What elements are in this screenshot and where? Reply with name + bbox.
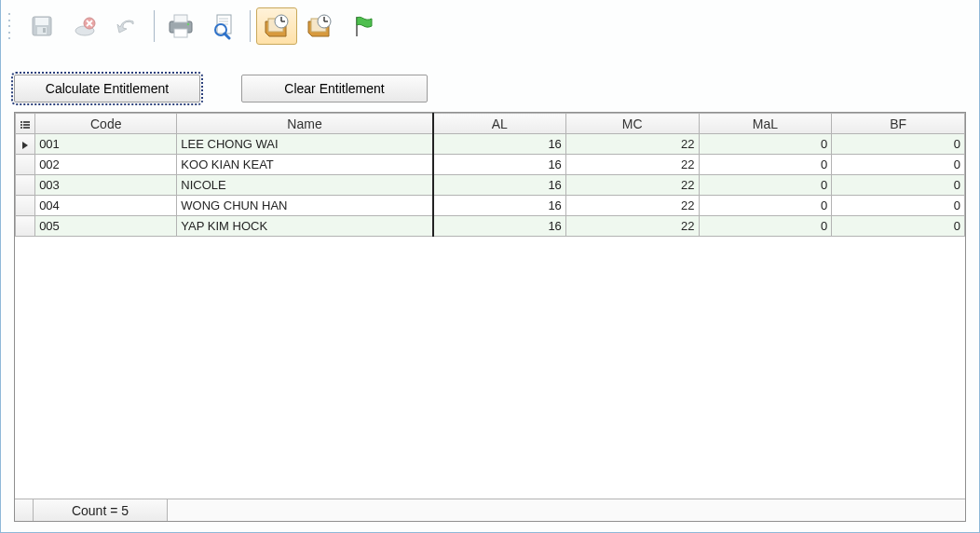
svg-rect-1 bbox=[35, 18, 48, 25]
toolbar-separator bbox=[154, 10, 155, 42]
flag-button[interactable] bbox=[342, 7, 383, 45]
cell-al[interactable]: 16 bbox=[433, 175, 566, 196]
app-window: Calculate Entitlement Clear Entitlement bbox=[0, 0, 980, 533]
row-count-label: Count = 5 bbox=[34, 499, 168, 521]
cell-al[interactable]: 16 bbox=[433, 155, 566, 175]
print-icon bbox=[166, 12, 196, 40]
header-row: Code Name AL MC MaL BF bbox=[16, 114, 965, 134]
cell-bf[interactable]: 0 bbox=[832, 216, 965, 237]
cell-al[interactable]: 16 bbox=[433, 134, 566, 155]
svg-point-9 bbox=[187, 23, 189, 25]
cell-code[interactable]: 001 bbox=[35, 134, 177, 155]
cell-mal[interactable]: 0 bbox=[699, 134, 832, 155]
toolbar-grip[interactable] bbox=[8, 11, 16, 41]
col-al[interactable]: AL bbox=[433, 114, 566, 134]
footer-spacer bbox=[168, 499, 965, 521]
current-row-icon bbox=[20, 141, 30, 150]
cell-name[interactable]: KOO KIAN KEAT bbox=[177, 155, 433, 175]
table-row[interactable]: 005 YAP KIM HOCK 16 22 0 0 bbox=[16, 216, 965, 237]
row-indicator bbox=[16, 155, 35, 175]
toolbar-separator bbox=[250, 10, 251, 42]
action-bar: Calculate Entitlement Clear Entitlement bbox=[1, 52, 979, 112]
row-indicator bbox=[16, 134, 35, 155]
cell-bf[interactable]: 0 bbox=[832, 155, 965, 175]
cell-mal[interactable]: 0 bbox=[699, 196, 832, 216]
clear-entitlement-button[interactable]: Clear Entitlement bbox=[241, 75, 428, 102]
cell-mc[interactable]: 22 bbox=[565, 196, 699, 216]
cell-mc[interactable]: 22 bbox=[565, 216, 699, 237]
cell-bf[interactable]: 0 bbox=[832, 134, 965, 155]
row-indicator bbox=[16, 196, 35, 216]
cell-al[interactable]: 16 bbox=[433, 216, 566, 237]
cell-al[interactable]: 16 bbox=[433, 196, 566, 216]
cell-name[interactable]: WONG CHUN HAN bbox=[177, 196, 433, 216]
delete-button[interactable] bbox=[64, 7, 105, 45]
svg-rect-28 bbox=[23, 124, 30, 126]
cell-bf[interactable]: 0 bbox=[832, 175, 965, 196]
cell-mc[interactable]: 22 bbox=[565, 175, 699, 196]
table-row[interactable]: 004 WONG CHUN HAN 16 22 0 0 bbox=[16, 196, 965, 216]
table-row[interactable]: 002 KOO KIAN KEAT 16 22 0 0 bbox=[16, 155, 965, 175]
col-name[interactable]: Name bbox=[177, 114, 433, 134]
footer-stub bbox=[15, 499, 34, 521]
delete-icon bbox=[72, 13, 98, 39]
cell-mal[interactable]: 0 bbox=[699, 175, 832, 196]
svg-rect-7 bbox=[174, 15, 187, 22]
cell-mal[interactable]: 0 bbox=[699, 216, 832, 237]
cell-code[interactable]: 002 bbox=[35, 155, 177, 175]
cell-name[interactable]: NICOLE bbox=[177, 175, 433, 196]
schedule1-button[interactable] bbox=[256, 7, 297, 45]
row-selector-header[interactable] bbox=[16, 114, 35, 134]
table-row[interactable]: 001 LEE CHONG WAI 16 22 0 0 bbox=[16, 134, 965, 155]
table-row[interactable]: 003 NICOLE 16 22 0 0 bbox=[16, 175, 965, 196]
preview-button[interactable] bbox=[203, 7, 244, 45]
cell-name[interactable]: LEE CHONG WAI bbox=[177, 134, 433, 155]
svg-rect-29 bbox=[20, 127, 22, 129]
svg-rect-30 bbox=[23, 127, 30, 129]
grid-footer: Count = 5 bbox=[15, 499, 965, 521]
grid-scroll-area[interactable]: Code Name AL MC MaL BF 001 LEE CHON bbox=[15, 113, 965, 499]
preview-icon bbox=[210, 12, 238, 40]
flag-icon bbox=[349, 13, 375, 39]
svg-rect-27 bbox=[20, 124, 22, 126]
cell-code[interactable]: 004 bbox=[35, 196, 177, 216]
entitlement-grid: Code Name AL MC MaL BF 001 LEE CHON bbox=[14, 112, 966, 522]
main-toolbar bbox=[1, 0, 979, 47]
svg-rect-26 bbox=[23, 121, 30, 123]
cell-mal[interactable]: 0 bbox=[699, 155, 832, 175]
save-icon bbox=[29, 13, 55, 39]
cell-mc[interactable]: 22 bbox=[565, 134, 699, 155]
col-bf[interactable]: BF bbox=[832, 114, 965, 134]
svg-rect-25 bbox=[20, 121, 22, 123]
svg-rect-3 bbox=[43, 28, 46, 33]
row-indicator bbox=[16, 216, 35, 237]
data-table[interactable]: Code Name AL MC MaL BF 001 LEE CHON bbox=[15, 113, 965, 237]
undo-button[interactable] bbox=[107, 7, 148, 45]
clock-book2-icon bbox=[305, 12, 334, 40]
cell-bf[interactable]: 0 bbox=[832, 196, 965, 216]
print-button[interactable] bbox=[160, 7, 201, 45]
svg-line-15 bbox=[225, 34, 229, 38]
cell-code[interactable]: 003 bbox=[35, 175, 177, 196]
undo-icon bbox=[115, 16, 141, 36]
schedule2-button[interactable] bbox=[299, 7, 340, 45]
cell-code[interactable]: 005 bbox=[35, 216, 177, 237]
row-indicator bbox=[16, 175, 35, 196]
cell-mc[interactable]: 22 bbox=[565, 155, 699, 175]
svg-rect-8 bbox=[174, 29, 187, 37]
save-button[interactable] bbox=[21, 7, 62, 45]
cell-name[interactable]: YAP KIM HOCK bbox=[177, 216, 433, 237]
calculate-entitlement-button[interactable]: Calculate Entitlement bbox=[14, 75, 200, 102]
clock-book-icon bbox=[262, 12, 292, 40]
col-mc[interactable]: MC bbox=[565, 114, 699, 134]
col-mal[interactable]: MaL bbox=[699, 114, 832, 134]
list-icon bbox=[20, 120, 30, 130]
col-code[interactable]: Code bbox=[35, 114, 177, 134]
